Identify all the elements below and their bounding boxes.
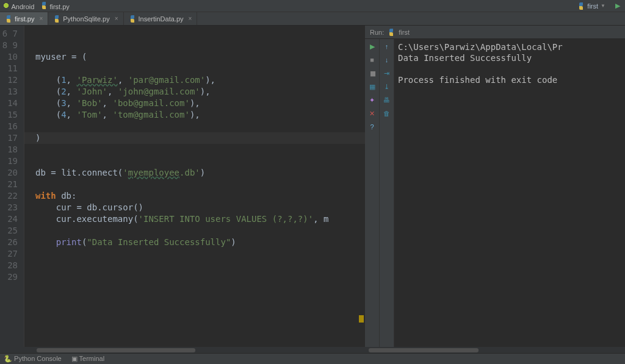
run-button[interactable]: ▶: [613, 1, 623, 11]
run-config-name: first: [399, 29, 410, 36]
print-button[interactable]: 🖶: [382, 95, 392, 105]
code-area[interactable]: myuser = ( (1, 'Parwiz', 'par@gmail.com'…: [24, 26, 365, 347]
bottom-toolbar: 🐍 Python Console ▣ Terminal: [0, 353, 625, 364]
run-tool-window: ▶ ■ ▮▮ ▦ ✦ ✕ ? ↑ ↓ ⇥ ⤓ 🖶 🗑 C:\Users\Parw…: [365, 39, 625, 347]
terminal-tab[interactable]: ▣ Terminal: [71, 355, 104, 363]
pin-button[interactable]: ✦: [367, 95, 377, 105]
down-button[interactable]: ↓: [382, 55, 392, 65]
scroll-end-button[interactable]: ⤓: [382, 82, 392, 91]
top-navbar: Android first.py first ▼ ▶: [0, 0, 625, 12]
run-controls: first ▼ ▶: [574, 1, 623, 11]
python-icon: [577, 2, 585, 10]
breadcrumb: Android first.py: [2, 2, 70, 10]
help-button[interactable]: ?: [367, 122, 377, 132]
chevron-down-icon: ▼: [601, 3, 605, 9]
close-icon[interactable]: ×: [115, 15, 118, 22]
tab-label: InsertinData.py: [139, 15, 184, 23]
python-icon: [53, 15, 60, 23]
python-icon: [388, 29, 395, 36]
run-tool-header: Run: first: [365, 26, 625, 39]
python-icon: [129, 15, 136, 23]
stop-button[interactable]: ■: [367, 55, 377, 65]
editor-tabs: first.py × PythonSqlite.py × InsertinDat…: [0, 12, 625, 26]
tab-label: first.py: [15, 15, 34, 23]
pause-button[interactable]: ▮▮: [367, 68, 377, 78]
soft-wrap-button[interactable]: ⇥: [382, 68, 392, 78]
editor-horizontal-scrollbar[interactable]: [0, 347, 365, 353]
python-console-tab[interactable]: 🐍 Python Console: [4, 355, 62, 363]
python-icon: [5, 15, 12, 23]
tab-label: PythonSqlite.py: [63, 15, 109, 23]
marker-warning: [359, 315, 364, 323]
run-toolbar-secondary: ↑ ↓ ⇥ ⤓ 🖶 🗑: [380, 39, 394, 347]
rerun-button[interactable]: ▶: [367, 41, 377, 51]
line-gutter: 6 7 8 9 10 11 12 13 14 15 16 17 18 19 20…: [0, 26, 24, 347]
console-horizontal-scrollbar[interactable]: [365, 347, 625, 353]
close-button[interactable]: ✕: [367, 109, 377, 118]
run-label: Run:: [370, 29, 384, 36]
close-icon[interactable]: ×: [39, 15, 43, 22]
clear-button[interactable]: 🗑: [382, 109, 392, 118]
code-editor[interactable]: 6 7 8 9 10 11 12 13 14 15 16 17 18 19 20…: [0, 26, 365, 347]
up-button[interactable]: ↑: [382, 41, 392, 51]
close-icon[interactable]: ×: [189, 15, 192, 22]
breadcrumb-item[interactable]: Android: [2, 2, 34, 10]
tab-pythonsqlite-py[interactable]: PythonSqlite.py ×: [48, 12, 123, 25]
breadcrumb-item[interactable]: first.py: [40, 2, 69, 10]
run-toolbar-primary: ▶ ■ ▮▮ ▦ ✦ ✕ ?: [365, 39, 380, 347]
tab-first-py[interactable]: first.py ×: [0, 12, 48, 25]
tab-insertindata-py[interactable]: InsertinData.py ×: [124, 12, 198, 25]
console-output[interactable]: C:\Users\Parwiz\AppData\Local\Pr Data In…: [394, 39, 625, 347]
layout-button[interactable]: ▦: [367, 82, 377, 91]
run-config-selector[interactable]: first ▼: [574, 2, 609, 10]
